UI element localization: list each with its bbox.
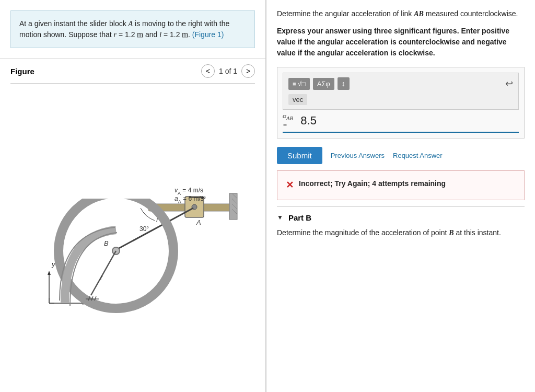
part-b-text: Determine the magnitude of the accelerat… [277,227,525,238]
submit-row: Submit Previous Answers Request Answer [277,147,525,164]
figure-link[interactable]: (Figure 1) [192,30,224,39]
left-panel: At a given instant the slider block A is… [0,0,266,392]
sort-button[interactable]: ↕ [338,77,350,90]
answer-input-row: αAB= [283,112,519,133]
error-icon: ✕ [286,178,294,192]
error-message: Incorrect; Try Again; 4 attempts remaini… [299,179,446,188]
figure-prev-button[interactable]: < [201,64,215,78]
error-box: ✕ Incorrect; Try Again; 4 attempts remai… [277,170,525,200]
diagram-svg: y x [23,141,242,329]
answer-label: αAB= [283,112,293,130]
vec-btn-label: vec [293,96,303,103]
part-b-section: ▼ Part B Determine the magnitude of the … [277,206,525,238]
request-answer-link[interactable]: Request Answer [393,152,443,159]
symbol-sqrt: √□ [298,80,306,88]
part-b-text-content: Determine the magnitude of the accelerat… [277,228,449,237]
angle-label: 30° [139,225,149,233]
undo-btn-label: ↩ [505,78,513,89]
wall-mount [229,193,237,220]
toolbar-inner: ■ √□ ΑΣφ ↕ ↩ [288,77,513,105]
point-b-label: B [104,239,109,247]
problem-instructions: Express your answer using three signific… [277,26,525,59]
point-a-label: A [196,218,201,226]
problem-intro-text2: measured counterclockwise. [424,9,518,18]
part-b-header: ▼ Part B [277,213,525,222]
part-b-title: Part B [288,213,311,222]
collapse-arrow[interactable]: ▼ [277,214,283,221]
problem-text-main: At a given instant the slider block A is… [19,19,229,39]
figure-next-button[interactable]: > [241,64,255,78]
toolbar-row1: ■ √□ ΑΣφ ↕ ↩ [288,77,513,90]
figure-nav: < 1 of 1 > [201,64,255,78]
figure-title: Figure [10,67,201,76]
problem-intro-text: Determine the angular acceleration of li… [277,9,414,18]
answer-toolbar: ■ √□ ΑΣφ ↕ ↩ [283,73,519,110]
submit-button[interactable]: Submit [277,147,322,164]
radius-label: r [100,273,103,281]
vec-row: vec [288,92,513,105]
problem-instructions-text: Express your answer using three signific… [277,27,509,57]
problem-statement: At a given instant the slider block A is… [10,10,255,48]
symbol-button[interactable]: ■ √□ [288,78,310,90]
greek-btn-label: ΑΣφ [317,80,330,88]
answer-input[interactable] [298,113,519,129]
error-text: Incorrect; Try Again; 4 attempts remaini… [299,178,446,189]
greek-button[interactable]: ΑΣφ [313,78,334,90]
symbol-square: ■ [293,80,296,87]
figure-counter: 1 of 1 [219,67,237,75]
answer-box-container: ■ √□ ΑΣφ ↕ ↩ [277,67,525,139]
problem-intro: Determine the angular acceleration of li… [277,8,525,19]
right-panel: Determine the angular acceleration of li… [266,0,535,392]
previous-answers-link[interactable]: Previous Answers [331,152,385,159]
part-b-text-end: at this instant. [454,228,501,237]
figure-header: Figure < 1 of 1 > [0,59,265,83]
sort-btn-label: ↕ [342,79,345,88]
undo-button[interactable]: ↩ [505,78,513,89]
figure-image-area: y x [0,84,265,392]
vec-button[interactable]: vec [288,94,307,105]
